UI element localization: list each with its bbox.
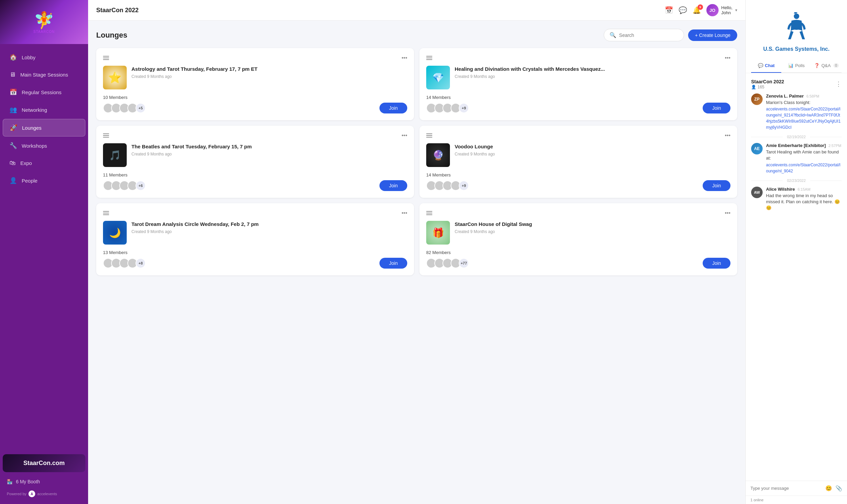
qa-badge: 0 bbox=[833, 63, 839, 68]
topbar-right: 📅 💬 🔔 9 JO Hello,John ▾ bbox=[665, 4, 737, 16]
card-thumbnail: 🔮 bbox=[426, 143, 450, 167]
member-count-badge: +77 bbox=[459, 258, 469, 268]
avatar: AW bbox=[751, 187, 763, 198]
message-text: Had the wrong time in my head so missed … bbox=[766, 193, 842, 211]
search-box[interactable]: 🔍 bbox=[604, 29, 684, 41]
card-top-bar: ••• bbox=[103, 132, 407, 139]
topbar-title: StaarCon 2022 bbox=[96, 7, 139, 14]
drag-handle-icon[interactable] bbox=[426, 211, 432, 215]
search-input[interactable] bbox=[619, 33, 678, 38]
drag-handle-icon[interactable] bbox=[426, 56, 432, 60]
card-footer-row: +5 Join bbox=[103, 103, 407, 113]
drag-handle-icon[interactable] bbox=[426, 133, 432, 138]
sidebar-item-expo[interactable]: 🛍 Expo bbox=[3, 155, 85, 172]
chat-header-row: StaarCon 2022 👤 165 ⋮ bbox=[751, 78, 842, 89]
lounges-grid: ••• ⭐ Astrology and Tarot Thursday, Febr… bbox=[96, 48, 737, 275]
emoji-icon[interactable]: 😊 bbox=[825, 485, 832, 491]
join-button[interactable]: Join bbox=[703, 180, 731, 191]
sidebar-item-workshops[interactable]: 🔧 Workshops bbox=[3, 137, 85, 154]
drag-handle-icon[interactable] bbox=[103, 56, 109, 60]
drag-handle-icon[interactable] bbox=[103, 133, 109, 138]
card-title: Astrology and Tarot Thursday, February 1… bbox=[131, 66, 407, 72]
sidebar-banner: StaarCon.com bbox=[3, 454, 85, 472]
card-info: Astrology and Tarot Thursday, February 1… bbox=[131, 66, 407, 79]
notification-badge: 9 bbox=[698, 4, 703, 10]
more-options-icon[interactable]: ••• bbox=[401, 132, 407, 139]
join-button[interactable]: Join bbox=[379, 258, 407, 269]
tab-polls[interactable]: 📊 Polls bbox=[781, 59, 811, 73]
card-title: Voodoo Lounge bbox=[455, 143, 731, 150]
user-menu[interactable]: JO Hello,John ▾ bbox=[706, 4, 737, 16]
message-link[interactable]: accelevents.com/e/StaarCon2022/portal/lo… bbox=[766, 107, 841, 130]
notification-icon[interactable]: 🔔 9 bbox=[692, 6, 701, 14]
member-count-badge: +8 bbox=[136, 258, 146, 268]
sidebar-item-lounges[interactable]: 🚀 Lounges bbox=[3, 119, 85, 137]
tab-chat[interactable]: 💬 Chat bbox=[751, 59, 781, 73]
attachment-icon[interactable]: 📎 bbox=[835, 485, 842, 491]
avatar-group: +9 bbox=[426, 181, 469, 191]
card-title: The Beatles and Tarot Tuesday, February … bbox=[131, 143, 407, 150]
create-lounge-button[interactable]: + Create Lounge bbox=[688, 30, 737, 41]
card-body: 🌙 Tarot Dream Analysis Circle Wednesday,… bbox=[103, 221, 407, 245]
username-label: Hello,John bbox=[721, 5, 733, 15]
lounge-card-healing: ••• 💎 Healing and Divination with Crysta… bbox=[419, 48, 737, 120]
chevron-down-icon: ▾ bbox=[735, 8, 737, 13]
join-button[interactable]: Join bbox=[703, 103, 731, 113]
message-icon[interactable]: 💬 bbox=[679, 6, 687, 14]
chat-more-options-icon[interactable]: ⋮ bbox=[835, 80, 842, 88]
lounges-title: Lounges bbox=[96, 31, 127, 40]
accel-logo: A bbox=[29, 490, 35, 497]
date-separator: 02/19/2022 bbox=[751, 135, 842, 139]
sidebar-item-main-stage[interactable]: 🖥 Main Stage Sessions bbox=[3, 66, 85, 83]
more-options-icon[interactable]: ••• bbox=[725, 210, 731, 216]
card-info: The Beatles and Tarot Tuesday, February … bbox=[131, 143, 407, 157]
sidebar-item-lobby[interactable]: 🏠 Lobby bbox=[3, 49, 85, 66]
card-thumbnail: ⭐ bbox=[103, 66, 127, 89]
bag-icon: 🛍 bbox=[10, 160, 16, 167]
home-icon: 🏠 bbox=[10, 54, 17, 61]
card-info: Voodoo Lounge Created 9 Months ago bbox=[455, 143, 731, 157]
calendar-nav-icon[interactable]: 📅 bbox=[665, 6, 673, 14]
more-options-icon[interactable]: ••• bbox=[725, 132, 731, 139]
member-count-badge: +5 bbox=[136, 103, 146, 113]
avatar-group: +9 bbox=[426, 103, 469, 113]
card-footer-row: +9 Join bbox=[426, 180, 731, 191]
drag-handle-icon[interactable] bbox=[103, 211, 109, 215]
chat-tab-icon: 💬 bbox=[758, 63, 763, 68]
card-thumbnail: 🌙 bbox=[103, 221, 127, 245]
message-text: Tarot Healing with Amie can be found at: bbox=[766, 149, 842, 161]
card-body: 🎵 The Beatles and Tarot Tuesday, Februar… bbox=[103, 143, 407, 167]
right-panel-tabs: 💬 Chat 📊 Polls ❓ Q&A 0 bbox=[751, 59, 842, 73]
message-header: Amie Emberharte [Exhibitor] 2:57PM bbox=[766, 143, 842, 148]
card-members-count: 13 Members bbox=[103, 250, 407, 255]
sidebar-booth[interactable]: 🏪 6 My Booth bbox=[3, 475, 85, 488]
card-thumbnail: 💎 bbox=[426, 66, 450, 89]
card-top-bar: ••• bbox=[426, 210, 731, 216]
avatar-group: +8 bbox=[103, 258, 146, 268]
more-options-icon[interactable]: ••• bbox=[725, 55, 731, 61]
person-icon: 👤 bbox=[10, 177, 17, 184]
join-button[interactable]: Join bbox=[703, 258, 731, 269]
network-icon: 👥 bbox=[10, 106, 17, 113]
message-header: Alice Wilshire 6:15AM bbox=[766, 187, 842, 192]
message-link[interactable]: accelevents.com/e/StaarCon2022/portal/lo… bbox=[766, 163, 840, 174]
avatar: ZP bbox=[751, 93, 763, 105]
member-count-badge: +6 bbox=[136, 181, 146, 191]
sidebar-item-networking[interactable]: 👥 Networking bbox=[3, 101, 85, 118]
main-content: StaarCon 2022 📅 💬 🔔 9 JO Hello,John ▾ Lo… bbox=[88, 0, 745, 504]
sidebar-item-people[interactable]: 👤 People bbox=[3, 172, 85, 189]
sidebar-item-regular-sessions[interactable]: 📅 Regular Sessions bbox=[3, 84, 85, 101]
card-body: 🔮 Voodoo Lounge Created 9 Months ago bbox=[426, 143, 731, 167]
chat-room-info: StaarCon 2022 👤 165 bbox=[751, 78, 784, 89]
lounge-card-voodoo: ••• 🔮 Voodoo Lounge Created 9 Months ago… bbox=[419, 126, 737, 198]
calendar-icon: 📅 bbox=[10, 88, 17, 96]
card-body: ⭐ Astrology and Tarot Thursday, February… bbox=[103, 66, 407, 89]
join-button[interactable]: Join bbox=[379, 180, 407, 191]
more-options-icon[interactable]: ••• bbox=[401, 210, 407, 216]
chat-input[interactable] bbox=[751, 486, 822, 491]
tab-qa[interactable]: ❓ Q&A 0 bbox=[811, 59, 842, 73]
join-button[interactable]: Join bbox=[379, 103, 407, 113]
card-thumbnail: 🎵 bbox=[103, 143, 127, 167]
more-options-icon[interactable]: ••• bbox=[401, 55, 407, 61]
card-info: Tarot Dream Analysis Circle Wednesday, F… bbox=[131, 221, 407, 234]
